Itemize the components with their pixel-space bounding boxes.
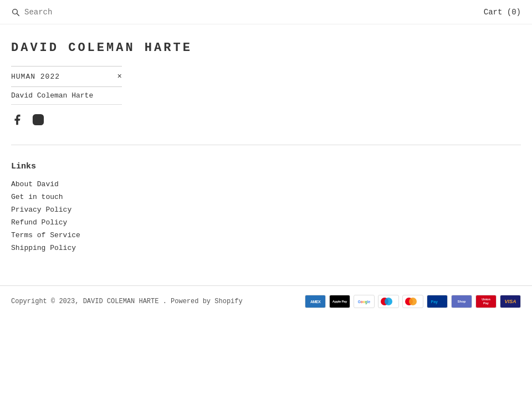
svg-point-3 [36,117,40,121]
footer-links-list: About David Get in touch Privacy Policy … [11,180,521,252]
svg-point-4 [40,116,41,117]
nav-close-icon[interactable]: × [117,72,122,81]
footer-links-section: Links About David Get in touch Privacy P… [0,162,532,269]
left-panel: HUMAN 2022 × David Coleman Harte [11,66,122,128]
copyright-brand: DAVID COLEMAN HARTE [83,298,159,305]
svg-line-1 [17,13,19,16]
payment-paypal: PayPal [427,295,448,308]
payment-amex: AMEX [305,295,326,308]
payment-visa: VISA [500,295,521,308]
payment-googlepay: Google [354,295,375,308]
nav-sub-item-david[interactable]: David Coleman Harte [11,87,122,105]
payment-maestro [378,295,399,308]
section-divider [11,145,521,145]
facebook-icon[interactable] [11,114,23,128]
footer-link-privacy-policy[interactable]: Privacy Policy [11,206,521,214]
payment-shopify: Shop [451,295,472,308]
bottom-bar: Copyright © 2023, DAVID COLEMAN HARTE . … [0,285,532,317]
copyright-period: . [163,298,167,305]
payment-mastercard [402,295,423,308]
payment-unionpay: UnionPay [475,295,497,308]
footer-link-refund-policy[interactable]: Refund Policy [11,218,521,227]
powered-by-shopify-link[interactable]: Powered by Shopify [171,298,243,305]
nav-item-human2022[interactable]: HUMAN 2022 × [11,66,122,87]
footer-link-about-david[interactable]: About David [11,180,521,188]
footer-link-terms-of-service[interactable]: Terms of Service [11,231,521,239]
payment-icons: AMEX Apple Pay Google PayPal Shop Uni [305,295,521,308]
footer-link-shipping-policy[interactable]: Shipping Policy [11,244,521,252]
svg-point-0 [13,9,18,14]
instagram-icon[interactable] [32,114,44,128]
brand-section: DAVID COLEMAN HARTE [0,24,532,66]
site-header: Cart (0) [0,0,532,24]
payment-applepay: Apple Pay [329,295,350,308]
search-icon[interactable] [11,8,20,17]
search-area [11,8,135,17]
copyright-text: Copyright © 2023, DAVID COLEMAN HARTE . … [11,298,243,305]
search-input[interactable] [24,8,135,17]
footer-link-get-in-touch[interactable]: Get in touch [11,193,521,201]
nav-item-label: HUMAN 2022 [11,73,60,81]
social-row [11,105,122,128]
cart-link[interactable]: Cart (0) [484,8,521,17]
copyright-prefix: Copyright © 2023, [11,298,79,305]
main-content: HUMAN 2022 × David Coleman Harte [0,66,532,128]
brand-title: DAVID COLEMAN HARTE [11,41,521,55]
footer-links-title: Links [11,162,521,171]
